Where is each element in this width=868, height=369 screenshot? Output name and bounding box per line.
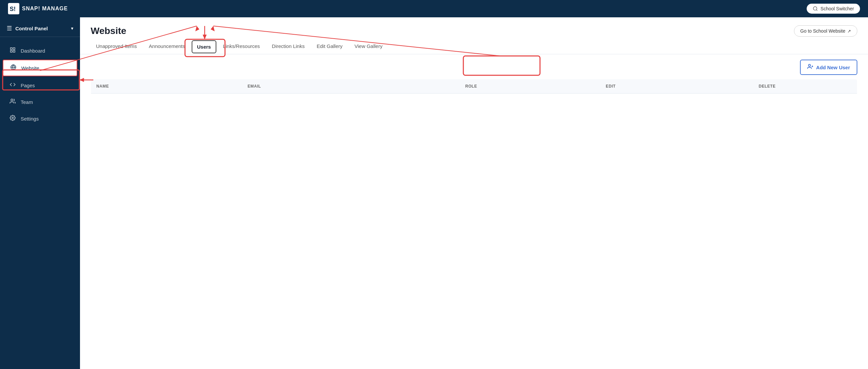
- add-user-icon: [807, 64, 813, 71]
- chevron-down-icon: ▾: [71, 26, 73, 31]
- search-icon: [813, 6, 818, 11]
- tab-links-resources[interactable]: Links/Resources: [218, 39, 265, 54]
- tab-edit-gallery[interactable]: Edit Gallery: [311, 39, 348, 54]
- external-link-icon: ↗: [847, 29, 851, 34]
- col-header-delete: DELETE: [677, 79, 857, 94]
- sidebar-title: Control Panel: [16, 26, 48, 31]
- sidebar-item-pages-label: Pages: [21, 82, 35, 88]
- sidebar-item-dashboard-label: Dashboard: [21, 48, 45, 54]
- tab-announcements[interactable]: Announcements: [144, 39, 190, 54]
- sidebar: ☰ Control Panel ▾ Dashboard: [0, 17, 80, 369]
- globe-icon: [10, 64, 17, 72]
- add-new-user-button[interactable]: Add New User: [800, 60, 857, 75]
- svg-rect-5: [13, 47, 15, 49]
- svg-rect-4: [10, 47, 12, 49]
- go-to-school-label: Go to School Website: [800, 28, 845, 34]
- col-header-role: ROLE: [398, 79, 544, 94]
- tab-view-gallery[interactable]: View Gallery: [349, 39, 388, 54]
- sidebar-item-team[interactable]: Team: [3, 94, 78, 109]
- sidebar-nav: Dashboard Website Pages: [0, 40, 80, 130]
- tab-unapproved-items[interactable]: Unapproved Items: [91, 39, 142, 54]
- col-header-email: EMAIL: [242, 79, 398, 94]
- team-icon: [9, 98, 16, 106]
- page-title: Website: [91, 26, 126, 36]
- svg-line-3: [816, 10, 817, 11]
- svg-point-11: [12, 117, 14, 119]
- table-header-row: NAME EMAIL ROLE EDIT DELETE: [91, 79, 857, 94]
- sidebar-item-settings[interactable]: Settings: [3, 111, 78, 126]
- sidebar-header-left: ☰ Control Panel: [7, 25, 48, 32]
- logo-text: SNAP! MANAGE: [22, 6, 68, 12]
- content-area: Website Go to School Website ↗ Unapprove…: [80, 17, 868, 369]
- svg-point-2: [813, 7, 817, 10]
- table-head: NAME EMAIL ROLE EDIT DELETE: [91, 79, 857, 94]
- main-layout: ☰ Control Panel ▾ Dashboard: [0, 17, 868, 369]
- school-switcher-label: School Switcher: [821, 6, 854, 11]
- table-container: Add New User NAME EMAIL ROLE: [80, 60, 868, 369]
- grid-icon: [9, 47, 16, 54]
- go-to-school-button[interactable]: Go to School Website ↗: [794, 25, 857, 37]
- snap-logo-icon: S!: [8, 3, 19, 14]
- school-switcher-button[interactable]: School Switcher: [807, 4, 860, 14]
- users-table: NAME EMAIL ROLE EDIT DELETE: [91, 79, 857, 227]
- page-header: Website Go to School Website ↗: [80, 17, 868, 37]
- col-header-edit: EDIT: [544, 79, 677, 94]
- tab-users[interactable]: Users: [192, 40, 216, 53]
- top-nav: S! SNAP! MANAGE School Switcher: [0, 0, 868, 17]
- svg-point-12: [809, 64, 811, 66]
- add-new-user-label: Add New User: [816, 65, 850, 70]
- sidebar-item-dashboard[interactable]: Dashboard: [3, 43, 78, 58]
- table-actions-row: Add New User: [91, 60, 857, 75]
- col-header-name: NAME: [91, 79, 242, 94]
- table-body: [91, 94, 857, 227]
- sidebar-header: ☰ Control Panel ▾: [0, 20, 80, 37]
- code-icon: [9, 81, 16, 89]
- hamburger-icon: ☰: [7, 25, 12, 32]
- svg-rect-7: [13, 51, 15, 52]
- svg-point-10: [11, 99, 13, 101]
- sidebar-item-pages[interactable]: Pages: [3, 77, 78, 93]
- sidebar-item-team-label: Team: [21, 99, 33, 105]
- sidebar-item-website-label: Website: [21, 65, 39, 71]
- sidebar-item-website[interactable]: Website: [3, 60, 78, 76]
- tabs-bar: Unapproved Items Announcements Users Lin…: [80, 39, 868, 54]
- logo-area: S! SNAP! MANAGE: [8, 3, 68, 14]
- svg-rect-6: [10, 51, 12, 52]
- tab-direction-links[interactable]: Direction Links: [267, 39, 310, 54]
- gear-icon: [9, 115, 16, 122]
- sidebar-item-settings-label: Settings: [21, 116, 39, 122]
- svg-text:S!: S!: [10, 6, 16, 12]
